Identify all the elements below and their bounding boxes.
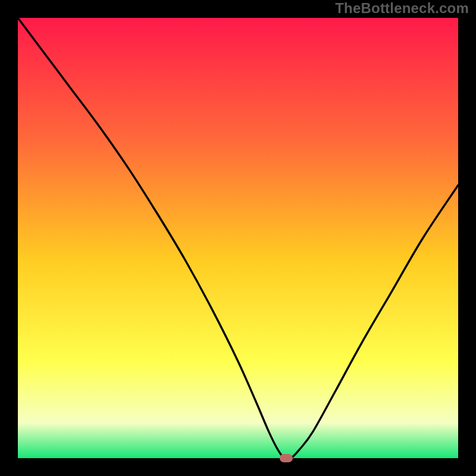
optimal-point-marker [280,454,293,462]
plot-area [18,18,458,458]
chart-container: TheBottleneck.com [0,0,476,476]
bottleneck-plot-svg [18,18,458,458]
gradient-background [18,18,458,458]
watermark-text: TheBottleneck.com [335,0,469,17]
